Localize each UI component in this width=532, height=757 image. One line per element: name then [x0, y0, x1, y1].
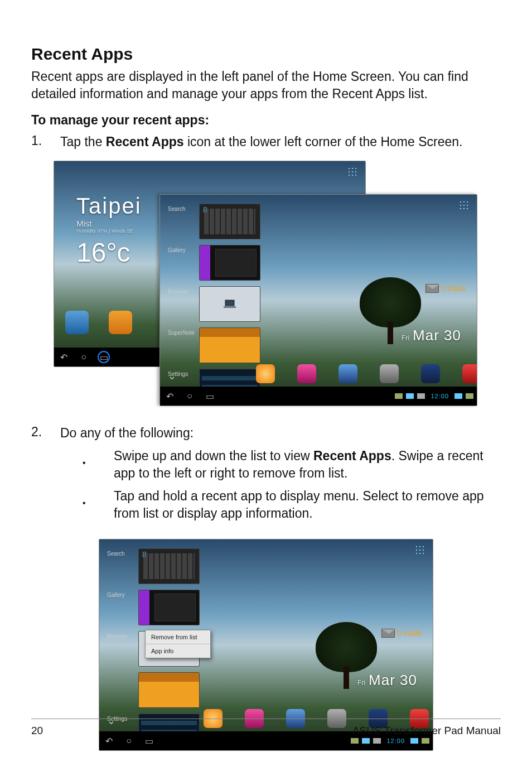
- recent-app-thumb[interactable]: [199, 327, 260, 363]
- apps-grid-icon[interactable]: [459, 200, 469, 210]
- bullet-icon: [83, 447, 87, 482]
- recent-app-thumb[interactable]: [138, 590, 200, 625]
- mail-suffix: mails: [447, 284, 466, 293]
- home-app-icon[interactable]: [109, 311, 132, 334]
- system-navbar: ↶ ○ ▭ 12:00: [160, 387, 477, 406]
- step-2-text: Do any of the following:: [60, 426, 194, 440]
- status-clock: 12:00: [386, 737, 405, 744]
- recent-app-item[interactable]: SuperNote: [168, 327, 263, 363]
- recent-app-item[interactable]: Search: [168, 204, 263, 239]
- dock-app-icon: [338, 364, 357, 383]
- recent-app-thumb[interactable]: [199, 204, 260, 239]
- page-number: 20: [31, 725, 43, 737]
- recent-apps-panel[interactable]: Search Gallery Browser SuperNote: [168, 204, 263, 383]
- dock-app-icon: [380, 364, 399, 383]
- recent-app-label: Gallery: [168, 245, 195, 253]
- recent-apps-screen-context: 0mails Fri Mar 30 Search Gallery Browser: [99, 539, 433, 751]
- step-1: 1. Tap the Recent Apps icon at the lower…: [31, 133, 501, 151]
- weather-temp: 16°c: [76, 237, 142, 268]
- screenshot-2: 0mails Fri Mar 30 Search Gallery Browser: [99, 539, 433, 751]
- step-2: 2. Do any of the following: Swipe up and…: [31, 425, 501, 528]
- recent-app-context-menu: Remove from list App info: [145, 630, 211, 658]
- mail-count: 0: [397, 629, 402, 638]
- bullet-1-pre: Swipe up and down the list to view: [114, 449, 313, 463]
- recent-app-label: Browser: [107, 631, 134, 639]
- back-button[interactable]: ↶: [57, 351, 70, 363]
- dock-app[interactable]: [338, 364, 357, 383]
- battery-icon: [466, 393, 473, 399]
- status-icon: [417, 393, 425, 399]
- recent-app-item[interactable]: Search: [107, 548, 202, 584]
- step-1-pre: Tap the: [60, 134, 106, 149]
- recent-app-label: Browser: [168, 286, 195, 295]
- mail-icon: [425, 284, 439, 293]
- context-menu-app-info[interactable]: App info: [146, 644, 210, 658]
- date-widget[interactable]: Fri Mar 30: [402, 327, 461, 344]
- date-widget[interactable]: Fri Mar 30: [357, 672, 417, 689]
- footer-rule: [31, 719, 501, 719]
- dock-app-icon: [297, 364, 316, 383]
- status-icon: [395, 393, 403, 399]
- section-intro: Recent apps are displayed in the left pa…: [31, 68, 501, 103]
- home-button[interactable]: ○: [78, 351, 90, 363]
- dock-app[interactable]: [380, 364, 399, 383]
- step-2-number: 2.: [31, 425, 45, 528]
- mail-widget[interactable]: 0mails: [381, 629, 422, 638]
- recent-app-item[interactable]: [107, 672, 202, 708]
- recent-apps-button[interactable]: ▭: [98, 351, 110, 363]
- status-icon: [362, 738, 370, 744]
- context-menu-remove[interactable]: Remove from list: [146, 630, 210, 644]
- recent-app-thumb[interactable]: [138, 548, 200, 584]
- dock-app[interactable]: [256, 364, 275, 383]
- weather-city: Taipei: [76, 194, 142, 219]
- home-app-row: [65, 311, 132, 334]
- status-icons: [351, 738, 381, 744]
- page-footer: 20 ASUS Transformer Pad Manual: [31, 725, 501, 737]
- bullet-2-text: Tap and hold a recent app to display men…: [114, 488, 501, 522]
- recent-app-item[interactable]: Browser: [168, 286, 263, 322]
- status-clock: 12:00: [431, 393, 449, 399]
- recent-app-thumb[interactable]: [138, 672, 200, 708]
- weather-condition: Mist: [76, 219, 142, 228]
- status-icons: [410, 738, 429, 744]
- date-value: Mar 30: [413, 327, 461, 344]
- step-1-bold: Recent Apps: [106, 134, 184, 149]
- apps-grid-icon[interactable]: [347, 167, 357, 177]
- date-value: Mar 30: [369, 672, 417, 689]
- dock-app[interactable]: [297, 364, 316, 383]
- recent-app-thumb[interactable]: [199, 245, 260, 281]
- recent-app-label: Search: [168, 204, 195, 212]
- recent-apps-button[interactable]: ▭: [204, 390, 216, 402]
- mail-widget[interactable]: 0mails: [425, 284, 466, 293]
- step-1-post: icon at the lower left corner of the Hom…: [184, 134, 463, 149]
- scroll-down-indicator: ⌄: [168, 370, 176, 382]
- date-day: Fri: [357, 679, 365, 687]
- section-title: Recent Apps: [31, 45, 501, 64]
- recent-app-label: SuperNote: [168, 327, 195, 336]
- back-button[interactable]: ↶: [163, 390, 176, 402]
- dock-app-icon: [421, 364, 440, 383]
- manual-title: ASUS Transformer Pad Manual: [352, 725, 501, 737]
- svg-rect-0: [225, 300, 234, 306]
- home-app-icon[interactable]: [65, 311, 89, 334]
- status-icons: [454, 393, 473, 399]
- apps-grid-icon[interactable]: [415, 545, 425, 555]
- step-1-number: 1.: [31, 133, 45, 151]
- mail-count: 0: [441, 284, 446, 293]
- dock-app[interactable]: [462, 364, 477, 383]
- dock-app[interactable]: [421, 364, 440, 383]
- recent-app-label: Gallery: [107, 590, 134, 598]
- date-day: Fri: [402, 334, 409, 342]
- recent-app-thumb[interactable]: [199, 286, 260, 322]
- recent-app-label: Search: [107, 548, 134, 557]
- bullet-1: Swipe up and down the list to view Recen…: [83, 447, 501, 482]
- bullet-1-bold: Recent Apps: [313, 449, 391, 463]
- weather-sub: Humidity 97% | Winds SE: [76, 228, 142, 234]
- recent-app-item[interactable]: Gallery: [107, 590, 202, 625]
- recent-app-item[interactable]: Gallery: [168, 245, 263, 281]
- laptop-icon: [223, 300, 236, 308]
- mail-suffix: mails: [403, 629, 422, 638]
- home-button[interactable]: ○: [183, 390, 196, 402]
- weather-widget[interactable]: Taipei Mist Humidity 97% | Winds SE 16°c: [76, 194, 142, 268]
- wifi-icon: [454, 393, 462, 399]
